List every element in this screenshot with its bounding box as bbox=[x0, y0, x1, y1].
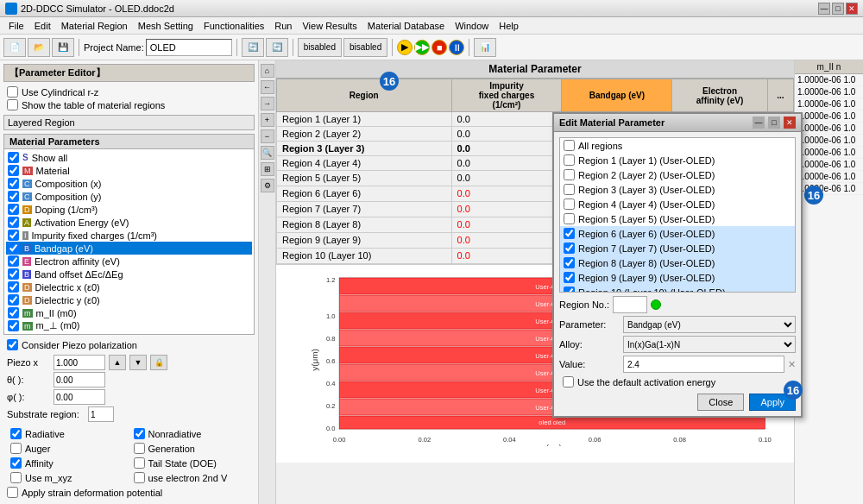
chart-button[interactable]: 📊 bbox=[474, 38, 496, 57]
play-button[interactable]: ▶ bbox=[397, 40, 413, 55]
param-impurity-checkbox[interactable] bbox=[8, 230, 19, 241]
disabled1-button[interactable]: bisabled bbox=[298, 38, 342, 57]
param-mii-checkbox[interactable] bbox=[8, 307, 19, 318]
param-comp-y-checkbox[interactable] bbox=[8, 191, 19, 202]
param-dielectric-y-checkbox[interactable] bbox=[8, 294, 19, 306]
alloy-select[interactable]: In(x)Ga(1-x)N bbox=[623, 336, 796, 353]
dialog-region-item[interactable]: Region 2 (Layer 2) (User-OLED) bbox=[560, 167, 795, 182]
menu-material-database[interactable]: Material Database bbox=[362, 19, 450, 33]
piezo-checkbox[interactable] bbox=[7, 339, 18, 350]
dialog-restore-button[interactable]: □ bbox=[768, 117, 780, 129]
theta-input[interactable]: 0.00 bbox=[54, 372, 105, 387]
value-clear-icon[interactable]: ✕ bbox=[788, 359, 796, 370]
play2-button[interactable]: ▶▶ bbox=[414, 40, 430, 55]
param-activation-checkbox[interactable] bbox=[8, 217, 19, 228]
dialog-region-item[interactable]: Region 6 (Layer 6) (User-OLED) bbox=[560, 226, 795, 241]
param-electron-affinity-checkbox[interactable] bbox=[8, 255, 19, 267]
phi-input[interactable]: 0.00 bbox=[54, 389, 105, 405]
param-dielectric-x-checkbox[interactable] bbox=[8, 281, 19, 293]
param-bandgap-checkbox[interactable] bbox=[8, 243, 19, 254]
menu-file[interactable]: File bbox=[3, 19, 29, 33]
pause-button[interactable]: ⏸ bbox=[449, 40, 464, 55]
refresh-button[interactable]: 🔄 bbox=[242, 38, 264, 57]
search-tool-btn[interactable]: 🔍 bbox=[261, 146, 274, 160]
auger-checkbox[interactable] bbox=[10, 443, 22, 454]
parameter-select[interactable]: Bandgap (eV) bbox=[623, 316, 796, 333]
back-tool-btn[interactable]: ← bbox=[261, 80, 274, 94]
dialog-region-checkbox[interactable] bbox=[564, 213, 575, 224]
use-cylindrical-checkbox[interactable] bbox=[7, 86, 18, 98]
dialog-region-checkbox[interactable] bbox=[564, 228, 575, 239]
minus-tool-btn[interactable]: − bbox=[261, 129, 274, 143]
dialog-region-checkbox[interactable] bbox=[564, 154, 575, 166]
dialog-region-list[interactable]: All regions Region 1 (Layer 1) (User-OLE… bbox=[559, 137, 796, 293]
all-regions-checkbox[interactable] bbox=[564, 140, 575, 151]
dialog-region-checkbox[interactable] bbox=[564, 198, 575, 210]
dialog-region-checkbox[interactable] bbox=[564, 257, 575, 268]
param-show-all-checkbox[interactable] bbox=[8, 152, 19, 163]
region-no-input[interactable] bbox=[613, 296, 647, 313]
menu-run[interactable]: Run bbox=[269, 19, 297, 33]
strain-checkbox[interactable] bbox=[7, 487, 18, 498]
nonradiative-checkbox[interactable] bbox=[134, 428, 145, 439]
param-material-checkbox[interactable] bbox=[8, 165, 19, 176]
dialog-region-item[interactable]: Region 7 (Layer 7) (User-OLED) bbox=[560, 241, 795, 255]
param-doping-checkbox[interactable] bbox=[8, 204, 19, 215]
param-band-offset-checkbox[interactable] bbox=[8, 268, 19, 280]
radiative-checkbox[interactable] bbox=[10, 428, 22, 439]
piezo-x-icon-btn[interactable]: 🔒 bbox=[150, 355, 167, 370]
refresh2-button[interactable]: 🔄 bbox=[266, 38, 288, 57]
electron-2ndv-checkbox[interactable] bbox=[134, 472, 145, 483]
dialog-region-item[interactable]: Region 9 (Layer 9) (User-OLED) bbox=[560, 270, 795, 285]
dialog-region-checkbox[interactable] bbox=[564, 184, 575, 195]
menu-edit[interactable]: Edit bbox=[29, 19, 56, 33]
menu-functionalities[interactable]: Functionalities bbox=[198, 19, 269, 33]
dialog-region-item[interactable]: Region 1 (Layer 1) (User-OLED) bbox=[560, 153, 795, 167]
maximize-button[interactable]: □ bbox=[832, 3, 844, 15]
show-table-checkbox[interactable] bbox=[7, 99, 18, 110]
plus-tool-btn[interactable]: + bbox=[261, 113, 274, 127]
substrate-region-input[interactable]: 1 bbox=[88, 406, 114, 422]
use-mxyz-checkbox[interactable] bbox=[10, 472, 22, 483]
dialog-region-item[interactable]: Region 3 (Layer 3) (User-OLED) bbox=[560, 182, 795, 197]
grid-tool-btn[interactable]: ⊞ bbox=[261, 162, 274, 176]
tail-state-checkbox[interactable] bbox=[134, 457, 145, 469]
param-mperp-checkbox[interactable] bbox=[8, 320, 19, 331]
stop-button[interactable]: ■ bbox=[432, 40, 447, 55]
home-tool-btn[interactable]: ⌂ bbox=[261, 64, 274, 78]
open-button[interactable]: 📂 bbox=[28, 38, 50, 57]
menu-mesh-setting[interactable]: Mesh Setting bbox=[133, 19, 198, 33]
dialog-region-item[interactable]: Region 5 (Layer 5) (User-OLED) bbox=[560, 211, 795, 226]
menu-view-results[interactable]: View Results bbox=[297, 19, 362, 33]
minimize-button[interactable]: — bbox=[818, 3, 830, 15]
close-dialog-button[interactable]: Close bbox=[697, 394, 744, 411]
dialog-close-button[interactable]: ✕ bbox=[784, 117, 796, 129]
new-button[interactable]: 📄 bbox=[3, 38, 26, 57]
menu-help[interactable]: Help bbox=[494, 19, 524, 33]
param-comp-x-checkbox[interactable] bbox=[8, 178, 19, 189]
default-activation-checkbox[interactable] bbox=[563, 376, 574, 387]
dialog-region-checkbox[interactable] bbox=[564, 287, 575, 293]
title-bar-buttons[interactable]: — □ ✕ bbox=[818, 3, 858, 15]
settings-tool-btn[interactable]: ⚙ bbox=[261, 179, 274, 192]
menu-material-region[interactable]: Material Region bbox=[56, 19, 133, 33]
save-button[interactable]: 💾 bbox=[52, 38, 74, 57]
forward-tool-btn[interactable]: → bbox=[261, 97, 274, 110]
piezo-x-up[interactable]: ▲ bbox=[109, 355, 126, 370]
affinity-checkbox[interactable] bbox=[10, 457, 22, 469]
piezo-x-down[interactable]: ▼ bbox=[129, 355, 147, 370]
dialog-region-item[interactable]: Region 10 (Layer 10) (User-OLED) bbox=[560, 285, 795, 293]
disabled2-button[interactable]: bisabled bbox=[343, 38, 387, 57]
all-regions-item[interactable]: All regions bbox=[560, 138, 795, 153]
value-input[interactable]: 2.4 bbox=[623, 356, 784, 373]
menu-window[interactable]: Window bbox=[450, 19, 494, 33]
dialog-region-item[interactable]: Region 4 (Layer 4) (User-OLED) bbox=[560, 197, 795, 211]
generation-checkbox[interactable] bbox=[134, 443, 145, 454]
piezo-x-input[interactable]: 1.000 bbox=[54, 355, 105, 370]
dialog-region-checkbox[interactable] bbox=[564, 243, 575, 254]
dialog-region-checkbox[interactable] bbox=[564, 272, 575, 283]
project-name-input[interactable]: OLED bbox=[146, 39, 232, 56]
dialog-region-item[interactable]: Region 8 (Layer 8) (User-OLED) bbox=[560, 255, 795, 270]
close-button[interactable]: ✕ bbox=[846, 3, 858, 15]
dialog-min-button[interactable]: — bbox=[753, 117, 765, 129]
